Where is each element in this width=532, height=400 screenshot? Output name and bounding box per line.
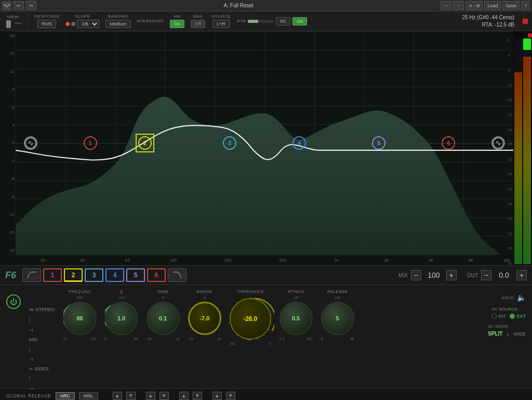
- response-label: RESPONSE: [34, 14, 59, 19]
- arrow-down-3[interactable]: ▼: [193, 392, 202, 400]
- mix-value: 100: [424, 271, 443, 279]
- band-lp[interactable]: ∿: [491, 136, 505, 150]
- rta-sc-btn[interactable]: SC: [276, 17, 291, 25]
- solo-label: SOLO: [502, 295, 514, 300]
- slope-select[interactable]: 1/61/31/2: [77, 20, 99, 28]
- undo-button[interactable]: ↩: [14, 1, 24, 10]
- forward-button[interactable]: →: [453, 1, 464, 10]
- load-button[interactable]: Load: [484, 1, 501, 10]
- release-label: RELEASE: [327, 289, 348, 294]
- power-button[interactable]: ⏻: [6, 294, 21, 309]
- out-minus-btn[interactable]: −: [481, 270, 491, 280]
- rta-label: RTA: [237, 19, 246, 23]
- mix-section: MIX − 100 +: [398, 270, 457, 280]
- source-btn[interactable]: L+R: [212, 20, 230, 28]
- arrow-controls-2: ▲ ▼: [146, 392, 169, 400]
- band-btn-2[interactable]: 2: [64, 268, 83, 282]
- range-max: 0: [204, 296, 206, 300]
- attack-knob[interactable]: 0.5: [280, 302, 313, 335]
- mix-minus-btn[interactable]: −: [411, 270, 421, 280]
- response-btn[interactable]: RMS: [37, 20, 56, 28]
- source-label: SOURCE: [211, 14, 231, 19]
- link-mid-btn[interactable]: ⊣: [29, 356, 33, 363]
- link-mid-icon: ⊣: [29, 357, 33, 362]
- solo-speaker-icon[interactable]: 🔈: [517, 293, 526, 302]
- sc-mode-split[interactable]: SPLIT: [488, 331, 502, 337]
- bottom-right: SOLO 🔈 SC SOURCE INT EXT SC MODE: [488, 289, 526, 337]
- release-knob[interactable]: 5: [321, 302, 354, 335]
- link-sides-btn[interactable]: —: [29, 385, 34, 392]
- arrow-controls: ▲ ▼: [113, 392, 136, 400]
- stereo-section: ∞ STEREO ⊣ MID ⊣ ∞ SIDES —: [29, 289, 55, 392]
- spectrum-bar-icon[interactable]: ▐▌: [4, 20, 13, 28]
- arrow-up-2[interactable]: ▲: [146, 392, 155, 400]
- sides-btn[interactable]: ∞ SIDES: [29, 365, 48, 372]
- range-label: RANGE: [197, 289, 212, 294]
- waveform-icon[interactable]: 〰: [15, 20, 21, 28]
- band-3[interactable]: 3: [223, 136, 236, 150]
- band-1[interactable]: 1: [84, 136, 97, 150]
- band-btn-5[interactable]: 5: [126, 268, 145, 282]
- controls-row: VIEW ▐▌ 〰 RESPONSE RMS SLOPE 1/61/31/2 B…: [0, 11, 532, 31]
- band-btn-3[interactable]: 3: [85, 268, 103, 282]
- threshold-label: THRESHOLD: [237, 289, 264, 294]
- help-button[interactable]: ?: [521, 1, 530, 10]
- gain-value: 0.1: [159, 315, 167, 321]
- banding-btn[interactable]: Medium: [105, 20, 130, 28]
- rta-on-btn[interactable]: On: [292, 17, 307, 25]
- f6-logo: F6: [5, 270, 16, 281]
- band-btn-4[interactable]: 4: [105, 268, 124, 282]
- band-2[interactable]: 2: [138, 136, 152, 150]
- rta-info: 25 Hz (G#0 -44 Cents) RTA: -12.5 dB: [462, 14, 514, 29]
- range-knob[interactable]: -7.0: [188, 302, 221, 335]
- hp-filter-btn[interactable]: [22, 268, 41, 282]
- gain-knob[interactable]: 0.1: [147, 302, 180, 335]
- clip-light: [528, 33, 532, 37]
- band-5[interactable]: 5: [372, 136, 385, 150]
- band-6[interactable]: 6: [442, 136, 455, 150]
- freq-min-right: 21k: [90, 337, 96, 341]
- threshold-group: THRESHOLD: [230, 289, 271, 345]
- ab-button[interactable]: A→B: [466, 1, 483, 10]
- band-hp[interactable]: ∿: [24, 136, 37, 150]
- link-stereo-btn[interactable]: ⊣: [29, 327, 33, 334]
- band-4[interactable]: 4: [292, 136, 306, 150]
- sc-source-ext[interactable]: EXT: [510, 314, 526, 319]
- redo-button[interactable]: ↪: [26, 1, 36, 10]
- arrow-down-2[interactable]: ▼: [159, 392, 169, 400]
- stereo-btn[interactable]: ∞ STEREO: [29, 305, 55, 314]
- back-button[interactable]: ←: [441, 1, 451, 10]
- band-btn-6[interactable]: 6: [147, 268, 166, 282]
- max-btn[interactable]: Off: [191, 20, 205, 28]
- arrow-up-4[interactable]: ▲: [212, 392, 222, 400]
- sc-int-radio: [491, 314, 497, 319]
- freq-knob[interactable]: 80: [63, 302, 97, 335]
- sc-mode-l[interactable]: L: [507, 331, 509, 337]
- sc-mode-wide[interactable]: WIDE: [514, 331, 526, 337]
- ma-group: MA On: [170, 14, 184, 28]
- arrow-up-3[interactable]: ▲: [179, 392, 189, 400]
- q-knob[interactable]: 1.0: [105, 302, 138, 335]
- band-2-container[interactable]: 2: [136, 134, 154, 152]
- source-group: SOURCE L+R: [211, 14, 231, 28]
- arrow-down-1[interactable]: ▼: [126, 392, 136, 400]
- eq-canvas[interactable]: 181512963 0-3-6-9-12-15-18: [0, 31, 513, 265]
- arrow-up-1[interactable]: ▲: [113, 392, 122, 400]
- band-btn-1[interactable]: 1: [43, 268, 62, 282]
- lp-filter-btn[interactable]: [168, 268, 187, 282]
- attack-max: 15: [294, 296, 298, 300]
- arrow-down-4[interactable]: ▼: [226, 392, 235, 400]
- mid-btn[interactable]: MID: [29, 336, 38, 343]
- sc-split-label: SPLIT: [488, 331, 502, 337]
- arc-btn[interactable]: ARC: [56, 392, 75, 399]
- save-button[interactable]: Save: [502, 1, 520, 10]
- meter-left: [514, 38, 522, 264]
- arrow-controls-4: ▲ ▼: [212, 392, 235, 400]
- mix-plus-btn[interactable]: +: [446, 270, 457, 280]
- out-plus-btn[interactable]: +: [516, 270, 527, 280]
- mnl-btn[interactable]: MNL: [79, 392, 98, 399]
- ma-btn[interactable]: On: [170, 20, 184, 28]
- threshold-knob[interactable]: -26.0: [230, 298, 271, 340]
- sc-source-int[interactable]: INT: [491, 314, 506, 319]
- response-group: RESPONSE RMS: [34, 14, 59, 28]
